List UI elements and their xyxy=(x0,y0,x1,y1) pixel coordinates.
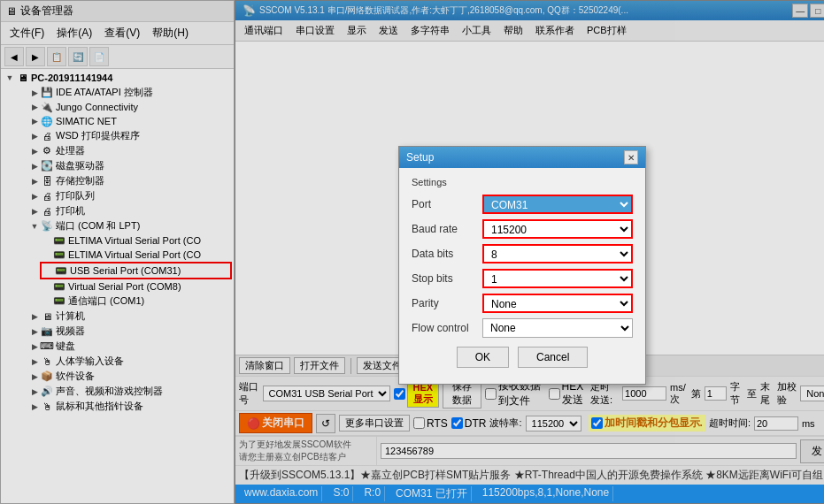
menu-tools[interactable]: 小工具 xyxy=(457,22,497,39)
computer-item[interactable]: ▶ 🖥 计算机 xyxy=(27,309,232,324)
dtr-check[interactable]: DTR xyxy=(451,417,487,430)
port-select[interactable]: COM31 USB Serial Port xyxy=(263,386,390,401)
checksum-select[interactable]: None xyxy=(800,386,824,401)
parity-field-select[interactable]: None xyxy=(482,294,633,313)
menu-view[interactable]: 查看(V) xyxy=(99,24,145,42)
more-port-button[interactable]: 更多串口设置 xyxy=(339,415,410,431)
forward-btn[interactable]: ▶ xyxy=(26,47,45,66)
virtual-serial-item[interactable]: ▶ 📟 Virtual Serial Port (COM8) xyxy=(40,279,232,294)
cpu-toggle[interactable]: ▶ xyxy=(29,146,40,157)
frame-num-input[interactable]: 1 xyxy=(705,386,727,401)
timestamp-checkbox[interactable] xyxy=(591,417,603,429)
simatic-item[interactable]: ▶ 🌐 SIMATIC NET xyxy=(27,114,232,128)
properties-btn[interactable]: 📋 xyxy=(47,47,66,66)
open-file-button[interactable]: 打开文件 xyxy=(294,357,345,374)
menu-contact[interactable]: 联系作者 xyxy=(530,22,580,39)
minimize-button[interactable]: — xyxy=(792,4,808,18)
printer-toggle[interactable]: ▶ xyxy=(29,206,40,217)
audio-toggle[interactable]: ▶ xyxy=(29,386,40,397)
storage-toggle[interactable]: ▶ xyxy=(29,176,40,187)
hid-item[interactable]: ▶ 🖱 人体学输入设备 xyxy=(27,354,232,369)
audio-item[interactable]: ▶ 🔊 声音、视频和游戏控制器 xyxy=(27,384,232,399)
menu-pcb[interactable]: PCB打样 xyxy=(581,22,632,39)
printer-item[interactable]: ▶ 🖨 打印机 xyxy=(27,203,232,218)
rts-check[interactable]: RTS xyxy=(413,417,448,430)
menu-help[interactable]: 帮助(H) xyxy=(147,24,194,42)
send-text-input[interactable]: 123456789 xyxy=(381,443,797,459)
hex-send-checkbox[interactable] xyxy=(549,388,560,400)
jungo-toggle[interactable]: ▶ xyxy=(29,102,40,112)
tree-root[interactable]: ▼ 🖥 PC-201911141944 xyxy=(3,71,232,85)
virtual-serial-icon: 📟 xyxy=(52,280,66,293)
jungo-item[interactable]: ▶ 🔌 Jungo Connectivity xyxy=(27,100,232,114)
monitor-item[interactable]: ▶ 📷 视频器 xyxy=(27,324,232,339)
printq-item[interactable]: ▶ 🖨 打印队列 xyxy=(27,188,232,203)
com-lpt-toggle[interactable]: ▼ xyxy=(29,221,40,232)
wsd-item[interactable]: ▶ 🖨 WSD 打印提供程序 xyxy=(27,128,232,143)
refresh-button[interactable]: ↺ xyxy=(316,414,335,433)
baud-select[interactable]: 115200 xyxy=(526,416,581,431)
ok-button[interactable]: OK xyxy=(457,347,509,368)
software-toggle[interactable]: ▶ xyxy=(29,371,40,382)
rts-checkbox[interactable] xyxy=(413,417,425,429)
status-url: www.daxia.com xyxy=(241,486,322,501)
cpu-item[interactable]: ▶ ⚙ 处理器 xyxy=(27,143,232,158)
menu-serial-settings[interactable]: 串口设置 xyxy=(290,22,340,39)
menu-display[interactable]: 显示 xyxy=(342,22,372,39)
cancel-button[interactable]: Cancel xyxy=(518,347,588,368)
com1-item[interactable]: ▶ 📟 通信端口 (COM1) xyxy=(40,294,232,309)
printq-toggle[interactable]: ▶ xyxy=(29,191,40,202)
keyboard-toggle[interactable]: ▶ xyxy=(29,341,40,352)
usb-serial-item[interactable]: ▶ 📟 USB Serial Port (COM31) xyxy=(40,262,232,279)
menu-comm-port[interactable]: 通讯端口 xyxy=(239,22,289,39)
mouse-toggle[interactable]: ▶ xyxy=(29,401,40,412)
computer-toggle[interactable]: ▶ xyxy=(29,311,40,322)
wsd-toggle[interactable]: ▶ xyxy=(29,131,40,141)
setup-close-button[interactable]: ✕ xyxy=(624,150,638,164)
storage-label: 存储控制器 xyxy=(56,174,104,187)
recv-file-checkbox[interactable] xyxy=(485,388,497,400)
flowcontrol-field-select[interactable]: None xyxy=(482,318,633,338)
eltima1-icon: 📟 xyxy=(52,234,66,247)
disk-item[interactable]: ▶ 💽 磁盘驱动器 xyxy=(27,158,232,173)
keyboard-item[interactable]: ▶ ⌨ 键盘 xyxy=(27,339,232,354)
maximize-button[interactable]: □ xyxy=(810,4,824,18)
storage-item[interactable]: ▶ 🗄 存储控制器 xyxy=(27,173,232,188)
menu-send[interactable]: 发送 xyxy=(373,22,404,39)
printq-label: 打印队列 xyxy=(56,189,95,202)
timed-send-input[interactable]: 1000 xyxy=(622,386,666,401)
com-lpt-item[interactable]: ▼ 📡 端口 (COM 和 LPT) xyxy=(27,218,232,233)
clear-window-button[interactable]: 清除窗口 xyxy=(239,357,290,374)
simatic-toggle[interactable]: ▶ xyxy=(29,116,40,126)
close-port-button[interactable]: 🔴 关闭串口 xyxy=(239,413,312,433)
menu-file[interactable]: 文件(F) xyxy=(4,24,50,42)
mouse-item[interactable]: ▶ 🖱 鼠标和其他指针设备 xyxy=(27,399,232,414)
stopbits-field-select[interactable]: 1 xyxy=(482,269,633,288)
menu-action[interactable]: 操作(A) xyxy=(51,24,97,42)
details-btn[interactable]: 📄 xyxy=(89,47,109,66)
update-btn[interactable]: 🔄 xyxy=(68,47,88,66)
eltima2-item[interactable]: ▶ 📟 ELTIMA Virtual Serial Port (CO xyxy=(40,248,232,262)
monitor-toggle[interactable]: ▶ xyxy=(29,326,40,337)
menu-help[interactable]: 帮助 xyxy=(498,22,528,39)
back-btn[interactable]: ◀ xyxy=(4,47,24,66)
databits-field-select[interactable]: 8 xyxy=(482,244,633,263)
timestamp-check[interactable]: 加时间戳和分包显示. xyxy=(589,415,705,431)
send-button[interactable]: 发 送 xyxy=(800,439,824,463)
menu-multistring[interactable]: 多字符串 xyxy=(405,22,455,39)
software-item[interactable]: ▶ 📦 软件设备 xyxy=(27,369,232,384)
port-field-select[interactable]: COM31 xyxy=(482,195,633,214)
hid-toggle[interactable]: ▶ xyxy=(29,356,40,367)
eltima1-item[interactable]: ▶ 📟 ELTIMA Virtual Serial Port (CO xyxy=(40,233,232,248)
hex-display-checkbox[interactable] xyxy=(394,388,405,400)
root-toggle[interactable]: ▼ xyxy=(4,73,15,83)
dtr-checkbox[interactable] xyxy=(451,417,463,429)
baud-field-select[interactable]: 115200 xyxy=(482,219,633,239)
overtime-input[interactable]: 20 xyxy=(754,416,798,431)
wsd-label: WSD 打印提供程序 xyxy=(56,129,140,142)
ide-item[interactable]: ▶ 💾 IDE ATA/ATAPI 控制器 xyxy=(27,85,232,100)
toolbar-separator1 xyxy=(350,358,351,374)
disk-toggle[interactable]: ▶ xyxy=(29,161,40,172)
jungo-icon: 🔌 xyxy=(40,101,54,113)
ide-toggle[interactable]: ▶ xyxy=(29,88,40,98)
